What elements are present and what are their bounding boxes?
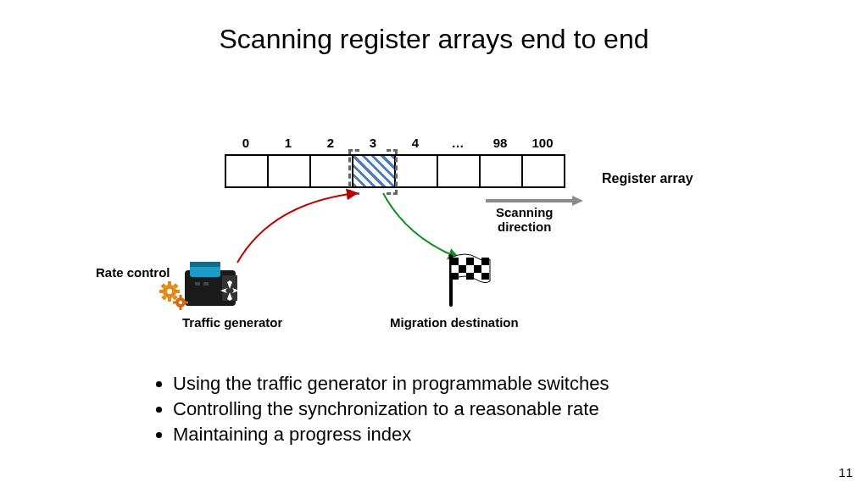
bullet-item: Controlling the synchronization to a rea… xyxy=(173,398,609,420)
svg-rect-28 xyxy=(459,265,466,273)
migration-destination-label: Migration destination xyxy=(390,315,519,330)
svg-rect-25 xyxy=(451,258,459,265)
gears-icon xyxy=(159,281,190,312)
svg-rect-6 xyxy=(195,282,200,286)
svg-rect-30 xyxy=(451,273,459,280)
checkered-flag-icon xyxy=(442,252,493,308)
svg-rect-21 xyxy=(173,302,176,304)
diagram-area: 0 1 2 3 4 … 98 100 Register array Scanni… xyxy=(0,136,868,339)
bullet-item: Using the traffic generator in programma… xyxy=(173,373,609,395)
svg-rect-27 xyxy=(481,258,489,265)
rate-control-label: Rate control xyxy=(96,265,170,280)
svg-rect-29 xyxy=(474,265,481,273)
svg-rect-10 xyxy=(168,297,171,302)
svg-rect-4 xyxy=(190,262,220,267)
bullet-list: Using the traffic generator in programma… xyxy=(153,373,609,449)
page-number: 11 xyxy=(838,465,853,480)
svg-point-17 xyxy=(167,289,172,294)
svg-rect-19 xyxy=(180,295,182,298)
svg-rect-22 xyxy=(185,302,188,304)
svg-rect-32 xyxy=(481,273,489,280)
svg-rect-7 xyxy=(203,282,209,286)
flow-arrows xyxy=(0,136,868,339)
svg-point-23 xyxy=(179,301,182,304)
svg-rect-26 xyxy=(466,258,474,265)
svg-rect-20 xyxy=(180,307,182,310)
slide-title: Scanning register arrays end to end xyxy=(0,24,868,55)
bullet-item: Maintaining a progress index xyxy=(173,424,609,446)
traffic-generator-label: Traffic generator xyxy=(182,315,282,330)
svg-rect-11 xyxy=(159,290,164,293)
svg-rect-12 xyxy=(175,290,180,293)
svg-rect-9 xyxy=(168,281,171,286)
svg-rect-31 xyxy=(466,273,474,280)
